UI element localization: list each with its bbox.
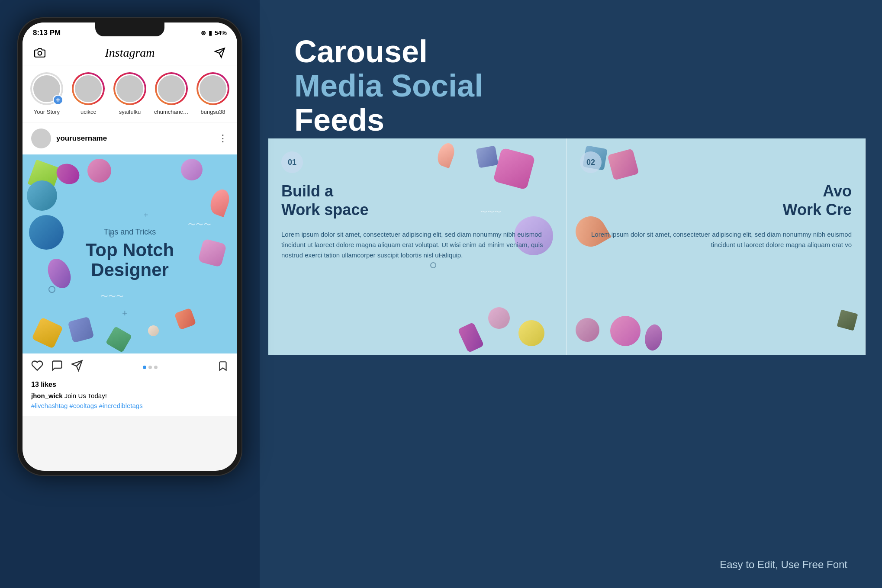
carousel-area: 〜〜〜 + 01 Build aWork space Lorem ipsum d…: [268, 138, 866, 355]
phone-screen: 8:13 PM ⊗ ▮ 54% Instagram: [23, 22, 237, 471]
dot-2: [148, 366, 152, 369]
title-line1: Carousel: [294, 35, 483, 69]
panel2-cube: [837, 310, 858, 331]
footer-text: Easy to Edit, Use Free Font: [720, 559, 847, 571]
post-menu-dots[interactable]: ⋮: [218, 133, 229, 144]
carousel-panel-1: 〜〜〜 + 01 Build aWork space Lorem ipsum d…: [268, 138, 567, 355]
battery-icon: ▮: [209, 29, 212, 36]
bungsu38-ring: [196, 72, 229, 105]
share-icon[interactable]: [71, 360, 83, 375]
panel1-title: Build aWork space: [281, 182, 368, 219]
phone-outer: 8:13 PM ⊗ ▮ 54% Instagram: [17, 17, 242, 476]
heart-icon[interactable]: [31, 360, 43, 375]
panel1-sphere1: [518, 320, 544, 346]
shape-pink-cube: [198, 238, 227, 267]
status-icons: ⊗ ▮ 54%: [201, 29, 227, 36]
shape-yellow-cube: [32, 317, 63, 349]
wifi-icon: ⊗: [201, 29, 206, 36]
panel1-number: 01: [281, 151, 303, 173]
bungsu38-avatar-wrap: [196, 72, 229, 105]
shape-purple-gem: [54, 160, 82, 188]
story-bungsu38[interactable]: bungsu38: [196, 72, 230, 115]
panel1-shape3: [435, 141, 457, 169]
shape-peach-torus: [207, 187, 232, 217]
comment-icon[interactable]: [51, 360, 63, 375]
story-plus-icon: +: [53, 95, 63, 105]
bungsu38-avatar: [198, 74, 228, 103]
shape-lavender-sphere: [181, 159, 203, 180]
phone-mockup: 8:13 PM ⊗ ▮ 54% Instagram: [17, 17, 260, 493]
instagram-logo: Instagram: [105, 46, 155, 60]
shape-blue-sphere: [27, 180, 57, 211]
likes-count: 13 likes: [31, 381, 229, 389]
send-icon[interactable]: [213, 46, 227, 60]
syaifulku-avatar-wrap: [113, 72, 146, 105]
battery-percent: 54%: [215, 29, 227, 36]
carousel-dots: [143, 366, 158, 369]
post-details: 13 likes jhon_wick Join Us Today! #liveh…: [23, 381, 237, 416]
title-line2: Media Social: [294, 69, 483, 103]
panel2-gem: [641, 322, 666, 353]
story-ucikcc[interactable]: ucikcc: [71, 72, 106, 115]
shape-green-cube2: [106, 326, 132, 353]
phone-notch: [95, 22, 164, 36]
panel1-shape4: [457, 322, 484, 353]
bookmark-icon[interactable]: [217, 360, 229, 374]
post-title: Top NotchDesigner: [86, 240, 174, 280]
shape-violet-gem: [46, 257, 72, 290]
panel1-shape1: [493, 148, 535, 190]
panel2-sphere1: [576, 318, 599, 342]
post-username: yourusername: [56, 134, 107, 143]
your-story-avatar-wrap: +: [30, 72, 63, 105]
syaifulku-ring: [113, 72, 146, 105]
syaifulku-avatar: [115, 74, 145, 103]
caption-username: jhon_wick: [31, 392, 63, 399]
panel2-shape2: [607, 148, 639, 180]
chumchanch-ring: [155, 72, 188, 105]
wavy-decoration1: 〜〜〜: [188, 219, 211, 230]
shape-orange-cube: [174, 308, 196, 330]
action-left-icons: [31, 360, 83, 375]
post-image: 〜〜〜 〜〜〜 + + Tips and Tricks Top NotchDes…: [23, 154, 237, 353]
sphere-small: [148, 325, 159, 336]
chumchanch-label: chumchanch...: [154, 109, 189, 115]
post-user-avatar: [31, 129, 51, 148]
camera-icon[interactable]: [33, 46, 47, 60]
post-text-content: Tips and Tricks Top NotchDesigner: [86, 228, 174, 280]
title-line3: Feeds: [294, 103, 483, 137]
chumchanch-avatar-wrap: [155, 72, 188, 105]
panel2-sphere2: [610, 316, 641, 346]
syaifulku-label: syaifulku: [119, 109, 141, 115]
panel2-body: Lorem ipsum dolor sit amet, consectetuer…: [580, 229, 852, 250]
panel1-circle: [430, 262, 436, 268]
post-hashtags: #livehashtag #cooltags #incredibletags: [31, 402, 229, 409]
user-info: yourusername: [31, 129, 107, 148]
ucikcc-label: ucikcc: [80, 109, 96, 115]
stories-row: + Your Story ucikcc: [23, 65, 237, 122]
ucikcc-avatar: [74, 74, 103, 103]
panel2-title: AvoWork Cre: [783, 182, 852, 219]
panel1-wavy: 〜〜〜: [480, 208, 501, 217]
story-your-story[interactable]: + Your Story: [29, 72, 64, 115]
story-chumchanch[interactable]: chumchanch...: [154, 72, 189, 115]
ucikcc-avatar-wrap: [72, 72, 105, 105]
panel1-body: Lorem ipsum dolor sit amet, consectetuer…: [281, 229, 553, 260]
status-time: 8:13 PM: [33, 29, 61, 37]
ucikcc-ring: [72, 72, 105, 105]
post-caption: jhon_wick Join Us Today!: [31, 391, 229, 400]
wavy-decoration2: 〜〜〜: [100, 291, 124, 302]
caption-text: Join Us Today!: [63, 392, 107, 399]
circle-decoration2: [48, 286, 55, 293]
panel1-sphere2: [488, 307, 510, 329]
dot-1: [143, 366, 146, 369]
shape-blue-cube: [68, 316, 94, 343]
panel2-number: 02: [580, 151, 602, 173]
action-bar: [23, 353, 237, 381]
instagram-header: Instagram: [23, 41, 237, 65]
title-area: Carousel Media Social Feeds: [294, 35, 483, 138]
story-syaifulku[interactable]: syaifulku: [113, 72, 147, 115]
carousel-panel-2: 02 AvoWork Cre Lorem ipsum dolor sit ame…: [567, 138, 866, 355]
shape-blue-sphere2: [29, 215, 64, 250]
plus-decoration1: +: [122, 308, 128, 319]
post-user-row: yourusername ⋮: [23, 122, 237, 154]
